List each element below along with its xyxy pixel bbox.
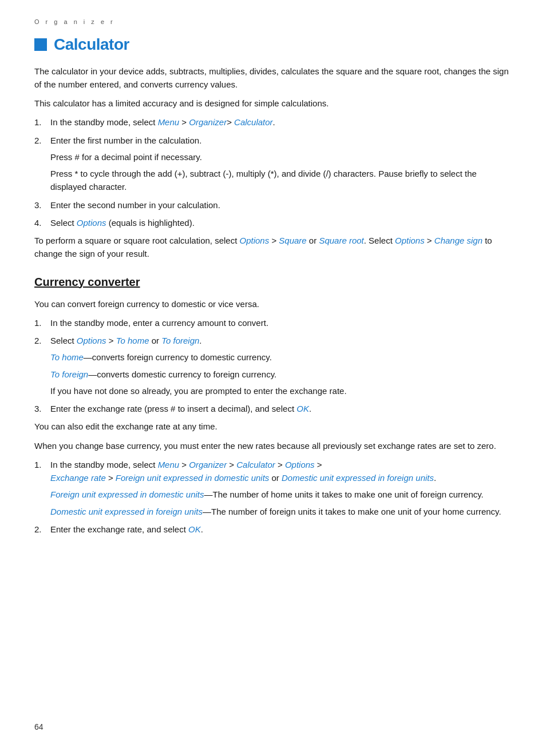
- calculator-steps: 1. In the standby mode, select Menu > Or…: [34, 116, 512, 229]
- domestic-unit-desc: Domestic unit expressed in foreign units…: [50, 505, 512, 518]
- currency-step-num-1: 1.: [34, 316, 47, 329]
- step-2-sub1: Press # for a decimal point if necessary…: [50, 150, 512, 164]
- currency-section: Currency converter You can convert forei…: [34, 273, 512, 536]
- square-para: To perform a square or square root calcu…: [34, 234, 512, 261]
- currency-step-3-content: Enter the exchange rate (press # to inse…: [50, 402, 512, 415]
- calculator-step-2: 2. Enter the first number in the calcula…: [34, 134, 512, 194]
- page-number: 64: [34, 721, 43, 733]
- currency2-step-1: 1. In the standby mode, select Menu > Or…: [34, 458, 512, 518]
- calculator-link-1: Calculator: [234, 117, 273, 127]
- foreign-unit-desc: Foreign unit expressed in domestic units…: [50, 488, 512, 501]
- calculator-heading: Calculator: [34, 33, 512, 57]
- currency-step-2: 2. Select Options > To home or To foreig…: [34, 334, 512, 397]
- step-4-content: Select Options (equals is highlighted).: [50, 216, 512, 229]
- to-foreign-link: To foreign: [161, 336, 199, 345]
- domestic-unit-link-2: Domestic unit expressed in foreign units: [50, 507, 203, 516]
- blue-square-icon: [34, 38, 47, 51]
- currency-intro: You can convert foreign currency to dome…: [34, 297, 512, 311]
- when-change-para: When you change base currency, you must …: [34, 439, 512, 452]
- to-home-desc: To home—converts foreign currency to dom…: [50, 351, 512, 364]
- options-link-2: Options: [240, 236, 270, 245]
- exchange-prompt: If you have not done so already, you are…: [50, 384, 512, 397]
- currency-steps: 1. In the standby mode, enter a currency…: [34, 316, 512, 416]
- to-home-link: To home: [116, 336, 149, 345]
- currency-step-3: 3. Enter the exchange rate (press # to i…: [34, 402, 512, 415]
- currency2-step-2-content: Enter the exchange rate, and select OK.: [50, 523, 512, 536]
- to-foreign-desc: To foreign—converts domestic currency to…: [50, 368, 512, 381]
- calculator-step-4: 4. Select Options (equals is highlighted…: [34, 216, 512, 229]
- currency2-step-num-1: 1.: [34, 458, 47, 518]
- organizer-link-2: Organizer: [189, 460, 227, 469]
- step-num-3: 3.: [34, 198, 47, 212]
- step-2-content: Enter the first number in the calculatio…: [50, 134, 512, 194]
- to-home-link-2: To home: [50, 352, 84, 362]
- calculator-link-2: Calculator: [236, 460, 275, 469]
- organizer-label: O r g a n i z e r: [34, 17, 512, 27]
- currency2-step-2: 2. Enter the exchange rate, and select O…: [34, 523, 512, 536]
- organizer-link-1: Organizer: [189, 117, 227, 127]
- calculator-intro2: This calculator has a limited accuracy a…: [34, 97, 512, 110]
- step-num-1: 1.: [34, 116, 47, 129]
- currency-step-1-content: In the standby mode, enter a currency am…: [50, 316, 512, 329]
- step-3-content: Enter the second number in your calculat…: [50, 198, 512, 212]
- currency-step-num-2: 2.: [34, 334, 47, 397]
- exchange-rate-link: Exchange rate: [50, 473, 106, 483]
- currency-heading: Currency converter: [34, 273, 512, 291]
- currency-step-1: 1. In the standby mode, enter a currency…: [34, 316, 512, 329]
- square-root-link: Square root: [319, 236, 363, 245]
- calculator-step-3: 3. Enter the second number in your calcu…: [34, 198, 512, 212]
- options-link-3: Options: [395, 236, 425, 245]
- to-foreign-link-2: To foreign: [50, 369, 88, 379]
- currency-step-num-3: 3.: [34, 402, 47, 415]
- also-edit-para: You can also edit the exchange rate at a…: [34, 420, 512, 433]
- menu-link-1: Menu: [158, 117, 180, 127]
- foreign-unit-link-2: Foreign unit expressed in domestic units: [50, 490, 204, 499]
- ok-link-2: OK: [188, 524, 201, 534]
- step-2-sub2: Press * to cycle through the add (+), su…: [50, 167, 512, 194]
- currency-steps2: 1. In the standby mode, select Menu > Or…: [34, 458, 512, 536]
- options-link-calc2: Options: [285, 460, 315, 469]
- currency-step-2-content: Select Options > To home or To foreign. …: [50, 334, 512, 397]
- foreign-unit-link: Foreign unit expressed in domestic units: [116, 473, 269, 483]
- step-num-4: 4.: [34, 216, 47, 229]
- ok-link-1: OK: [296, 404, 309, 413]
- domestic-unit-link: Domestic unit expressed in foreign units: [282, 473, 434, 483]
- square-link: Square: [279, 236, 306, 245]
- calculator-title: Calculator: [54, 33, 129, 57]
- currency2-step-1-content: In the standby mode, select Menu > Organ…: [50, 458, 512, 518]
- menu-link-2: Menu: [158, 460, 180, 469]
- calculator-step-1: 1. In the standby mode, select Menu > Or…: [34, 116, 512, 129]
- options-link-1: Options: [77, 218, 106, 228]
- change-sign-link: Change sign: [434, 236, 482, 245]
- step-1-content: In the standby mode, select Menu > Organ…: [50, 116, 512, 129]
- currency2-step-num-2: 2.: [34, 523, 47, 536]
- calculator-intro1: The calculator in your device adds, subt…: [34, 65, 512, 91]
- options-link-curr: Options: [77, 336, 106, 345]
- step-num-2: 2.: [34, 134, 47, 194]
